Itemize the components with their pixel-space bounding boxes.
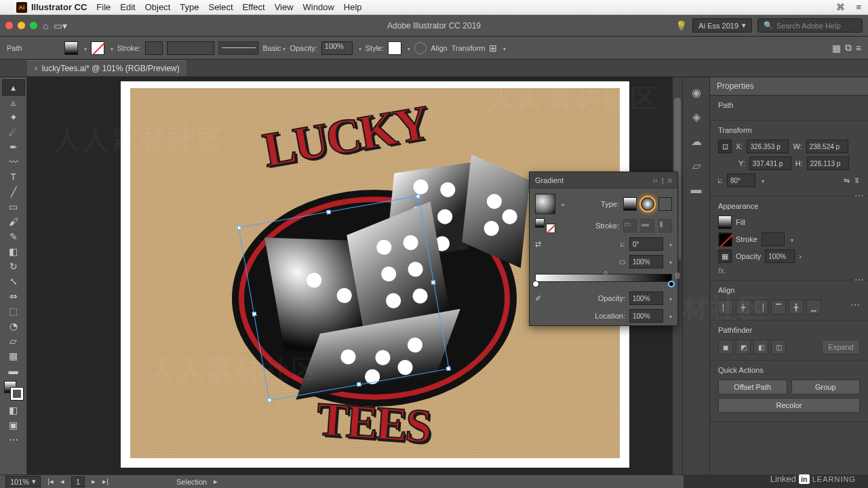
flip-h-icon[interactable]: ⇋ bbox=[844, 176, 850, 185]
app-menu[interactable]: AiIllustrator CC bbox=[16, 2, 87, 13]
align-link[interactable]: Align bbox=[431, 44, 447, 52]
recolor-artwork-icon[interactable] bbox=[414, 42, 427, 54]
exclude-button[interactable]: ◫ bbox=[771, 340, 786, 354]
recolor-button[interactable]: Recolor bbox=[718, 398, 860, 413]
zoom-level[interactable]: 101%▾ bbox=[5, 476, 41, 487]
menu-object[interactable]: Object bbox=[145, 2, 171, 12]
gradient-preview[interactable] bbox=[535, 194, 555, 214]
menu-window[interactable]: Window bbox=[303, 2, 334, 12]
h-input[interactable]: 226.113 p bbox=[807, 157, 849, 170]
nav-prev-icon[interactable]: ◂ bbox=[60, 477, 64, 486]
collapse-panel-icon[interactable]: ›› bbox=[652, 176, 657, 184]
flip-v-icon[interactable]: ⥮ bbox=[854, 176, 860, 185]
menubar-hamburger-icon[interactable]: ≡ bbox=[856, 2, 861, 12]
align-vcenter-button[interactable]: ╋ bbox=[789, 300, 804, 314]
menu-edit[interactable]: Edit bbox=[120, 2, 135, 12]
gradient-panel-icon[interactable]: ▬ bbox=[688, 182, 705, 198]
stop-opacity-dropdown[interactable] bbox=[667, 294, 672, 302]
gradient-angle-input[interactable]: 0° bbox=[629, 237, 663, 251]
shaper-tool[interactable]: ✎ bbox=[3, 229, 24, 244]
paintbrush-tool[interactable]: 🖌 bbox=[3, 214, 24, 229]
stroke-swatch[interactable] bbox=[91, 41, 104, 55]
selection-tool[interactable]: ▴ bbox=[3, 80, 24, 95]
eyedropper-icon[interactable]: ✐ bbox=[535, 294, 541, 303]
style-dropdown[interactable] bbox=[406, 44, 410, 52]
stop-location-dropdown[interactable] bbox=[667, 312, 672, 320]
gradient-angle-dropdown[interactable] bbox=[667, 240, 672, 248]
minimize-window-button[interactable] bbox=[18, 22, 25, 29]
eraser-tool[interactable]: ◧ bbox=[3, 244, 24, 259]
appearance-options-icon[interactable]: ⋯ bbox=[854, 274, 864, 285]
stroke-across-icon[interactable]: ▮ bbox=[658, 219, 672, 232]
offset-path-button[interactable]: Offset Path bbox=[718, 380, 787, 394]
rotate-tool[interactable]: ↻ bbox=[3, 259, 24, 274]
menu-file[interactable]: File bbox=[96, 2, 111, 12]
align-top-button[interactable]: ▔ bbox=[771, 300, 786, 314]
opacity-dropdown[interactable] bbox=[357, 44, 361, 52]
gradient-panel[interactable]: Gradient ››|≡ Type: Stroke: ▭ ▬ ▮ ⇄ ⟀ bbox=[529, 171, 678, 326]
selection-bounds[interactable] bbox=[238, 196, 449, 401]
reverse-gradient-icon[interactable]: ⇄ bbox=[535, 240, 541, 249]
nav-last-icon[interactable]: ▸| bbox=[102, 477, 108, 486]
nav-first-icon[interactable]: |◂ bbox=[47, 477, 54, 486]
opacity-input[interactable]: 100% bbox=[321, 41, 353, 55]
properties-tab[interactable]: Properties bbox=[710, 77, 868, 96]
fill-stroke-control[interactable] bbox=[4, 381, 23, 400]
fill-dropdown[interactable] bbox=[82, 44, 87, 52]
zoom-window-button[interactable] bbox=[30, 22, 37, 29]
close-window-button[interactable] bbox=[5, 22, 13, 29]
transform-link[interactable]: Transform bbox=[452, 44, 486, 52]
style-swatch[interactable] bbox=[388, 41, 401, 55]
gradient-stop-right[interactable] bbox=[668, 281, 675, 287]
freeform-gradient-button[interactable] bbox=[658, 197, 672, 211]
close-tab-icon[interactable]: × bbox=[34, 65, 38, 73]
gradient-aspect-input[interactable]: 100% bbox=[629, 255, 663, 268]
gradient-stop-left[interactable] bbox=[532, 281, 539, 287]
gradient-aspect-dropdown[interactable] bbox=[667, 258, 672, 266]
prefs-icon[interactable]: ≡ bbox=[856, 43, 861, 54]
fill-swatch[interactable] bbox=[64, 41, 78, 55]
align-options-icon[interactable]: ⋯ bbox=[850, 300, 860, 314]
edit-toolbar-icon[interactable]: ⋯ bbox=[3, 432, 24, 447]
magic-wand-tool[interactable]: ✦ bbox=[3, 110, 24, 125]
stroke-weight-dropdown[interactable] bbox=[789, 235, 793, 243]
panel-menu-icon[interactable]: ≡ bbox=[668, 176, 672, 184]
stroke-weight-field[interactable] bbox=[762, 232, 785, 246]
stroke-color-swatch[interactable] bbox=[718, 232, 732, 246]
mesh-tool[interactable]: ▦ bbox=[3, 348, 24, 363]
variable-width-label[interactable]: Basic bbox=[263, 44, 286, 52]
opacity-field[interactable]: 100% bbox=[765, 249, 795, 263]
menubar-extras-icon[interactable]: ⌘ bbox=[836, 2, 845, 12]
midpoint-diamond-icon[interactable]: ◇ bbox=[604, 270, 608, 276]
stroke-within-icon[interactable]: ▭ bbox=[623, 219, 637, 232]
lasso-tool[interactable]: ☄ bbox=[3, 125, 24, 140]
scale-tool[interactable]: ⤡ bbox=[3, 274, 24, 289]
gradient-preset-dropdown[interactable] bbox=[559, 200, 564, 208]
gradient-tool[interactable]: ▬ bbox=[3, 363, 24, 378]
gradient-slider[interactable]: ◇ 🗑 bbox=[535, 274, 672, 287]
isolate-dropdown[interactable] bbox=[501, 44, 506, 52]
menu-view[interactable]: View bbox=[275, 2, 294, 12]
workspace-switcher[interactable]: Ai Ess 2019▾ bbox=[692, 18, 752, 33]
isolate-icon[interactable]: ⊞ bbox=[489, 43, 497, 54]
gradient-fill-swatch[interactable] bbox=[535, 218, 545, 228]
artboard-number[interactable]: 1 bbox=[71, 476, 85, 487]
variable-width-profile[interactable] bbox=[218, 41, 259, 55]
linear-gradient-button[interactable] bbox=[623, 197, 637, 211]
rotate-dropdown[interactable] bbox=[760, 176, 764, 184]
color-panel-icon[interactable]: ◉ bbox=[688, 84, 705, 100]
reference-point-widget[interactable]: ⊡ bbox=[718, 140, 732, 153]
rectangle-tool[interactable]: ▭ bbox=[3, 199, 24, 214]
menu-help[interactable]: Help bbox=[344, 2, 362, 12]
artboards-panel-icon[interactable]: ▱ bbox=[688, 157, 705, 174]
layers-panel-icon[interactable]: ◈ bbox=[688, 108, 705, 125]
status-menu-icon[interactable]: ▸ bbox=[214, 477, 218, 486]
doc-setup-icon[interactable]: ⧉ bbox=[845, 42, 852, 54]
stop-location-input[interactable]: 100% bbox=[629, 309, 663, 323]
menu-type[interactable]: Type bbox=[180, 2, 199, 12]
fx-label[interactable]: fx. bbox=[718, 266, 860, 274]
minus-front-button[interactable]: ◩ bbox=[736, 340, 751, 354]
expand-button[interactable]: Expand bbox=[822, 340, 860, 354]
snap-pixel-icon[interactable]: ▦ bbox=[832, 43, 841, 54]
gradient-stroke-swatch[interactable] bbox=[546, 224, 555, 233]
